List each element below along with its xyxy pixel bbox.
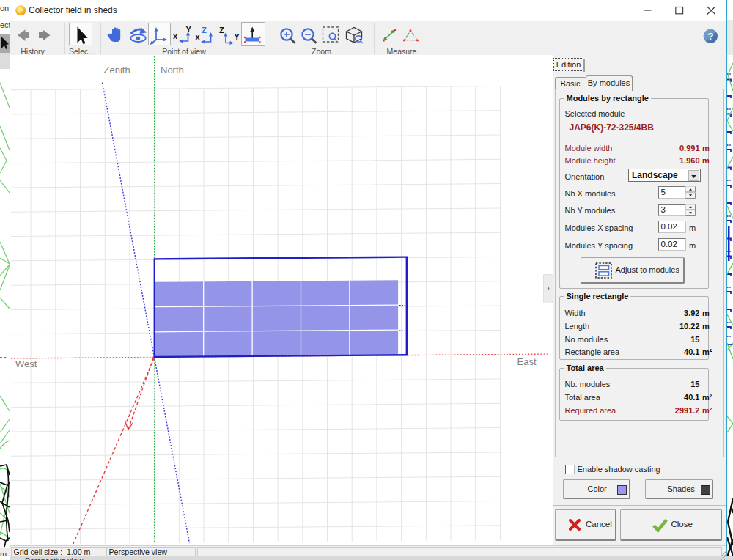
svg-text:x: x xyxy=(195,32,200,40)
svg-text:Y: Y xyxy=(234,32,240,41)
svg-text:Z: Z xyxy=(219,26,224,34)
svg-text:Z: Z xyxy=(202,25,207,34)
svg-text:?: ? xyxy=(707,31,713,42)
svg-text:Y: Y xyxy=(185,24,191,33)
svg-text:x: x xyxy=(173,31,178,40)
